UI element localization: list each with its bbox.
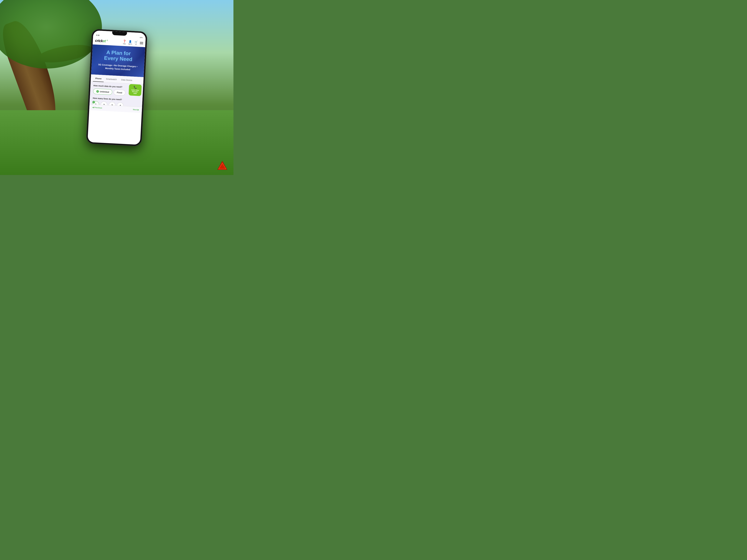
hero-title: A Plan forEvery Need [95,49,142,63]
sales-help-bubble[interactable]: 📞 Sales Help 844-246-1939 [129,84,142,96]
hero-title-text: A Plan forEvery Need [104,49,132,62]
next-button[interactable]: Next ▶ [133,108,139,111]
hamburger-menu[interactable] [140,42,143,44]
tab-phone[interactable]: Phone [93,74,104,82]
line-1-check-icon: ✓ [92,101,95,103]
signin-label: Sign In [128,43,132,45]
cart-icon: 🛒 [134,40,138,43]
logo-trademark: ® [106,39,108,41]
cart-nav-item[interactable]: 🛒 (1) [134,40,138,45]
previous-button[interactable]: ◀ Previous [92,106,102,109]
hamburger-line-1 [140,42,143,42]
hero-subtitle: 5G Coverage • No Overage Charges • Month… [94,62,141,72]
phone-wrapper: 2:16 63% cricket ® ❓ Help [86,29,148,146]
unlimited-check-icon: ✓ [96,90,99,92]
status-left: 2:16 [96,31,100,36]
tab-data-device[interactable]: Data Device [119,76,135,83]
option-fixed[interactable]: Fixed [113,89,125,96]
hamburger-line-2 [140,43,143,43]
nav-icons: ❓ Help 👤 Sign In 🛒 (1) [123,39,143,45]
hero-section: A Plan forEvery Need 5G Coverage • No Ov… [91,44,145,77]
fixed-label: Fixed [117,91,122,94]
lines-question: How many lines do you need? [93,97,139,101]
unlimited-label: Unlimited [100,90,109,93]
battery-level: 63% [140,36,143,38]
help-label: Help [123,43,126,45]
phone-icon: 📞 [131,85,140,89]
hamburger-line-3 [140,44,143,44]
watermark [217,160,228,171]
cricket-logo: cricket ® [95,38,108,43]
phone-outer: 2:16 63% cricket ® ❓ Help [86,29,148,146]
user-icon: 👤 [129,40,132,43]
tree-foliage [0,0,102,69]
status-right: 63% [140,36,143,38]
plan-section: Phone Smartwatch Data Device How much da… [89,74,144,113]
watermark-svg [217,160,228,170]
option-unlimited[interactable]: ✓ Unlimited [93,88,112,95]
logo-text-crick: crick [95,38,103,43]
status-time: 2:16 [96,34,100,36]
tab-smartwatch[interactable]: Smartwatch [104,75,119,83]
cart-count: (1) [135,44,137,45]
help-icon: ❓ [123,39,126,43]
logo-text-et: et [103,39,106,43]
phone-screen: 2:16 63% cricket ® ❓ Help [87,30,146,144]
sales-help-phone: 844-246-1939 [132,90,138,94]
help-nav-item[interactable]: ❓ Help [123,39,126,45]
phone-notch [112,31,127,36]
signin-nav-item[interactable]: 👤 Sign In [128,40,132,45]
